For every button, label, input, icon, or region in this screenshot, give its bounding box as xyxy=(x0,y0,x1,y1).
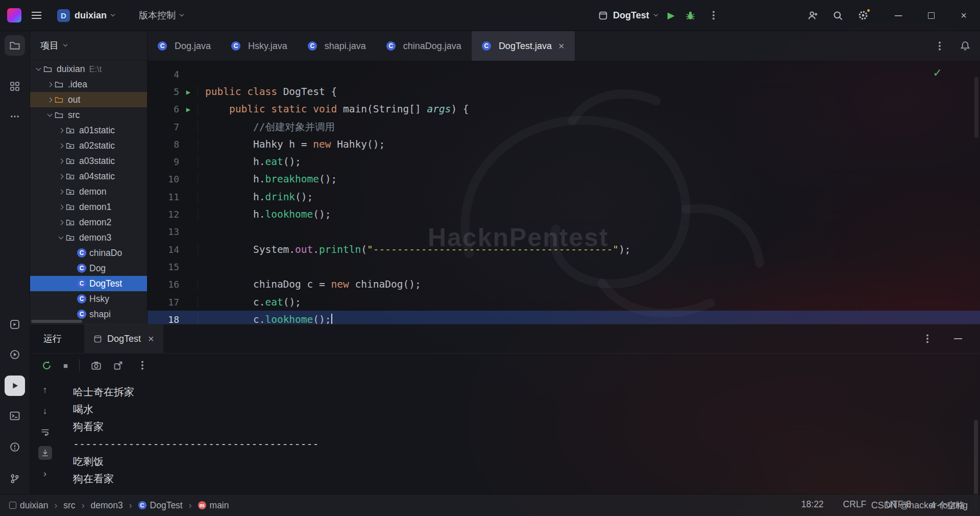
breadcrumb-item[interactable]: src xyxy=(63,500,75,511)
editor-tabs: CDog.javaCHsky.javaCshapi.javaCchinaDog.… xyxy=(148,31,575,61)
tree-item[interactable]: src xyxy=(30,107,147,123)
code-line[interactable]: 15 xyxy=(148,258,980,275)
version-control-toolwindow-button[interactable] xyxy=(5,468,25,489)
close-window-button[interactable]: × xyxy=(947,0,980,31)
notifications-bell-button[interactable] xyxy=(960,40,971,52)
folder-icon xyxy=(9,40,20,51)
stop-button[interactable]: ■ xyxy=(63,361,68,370)
tree-item[interactable]: duixianE:\t xyxy=(30,61,147,77)
code-line[interactable]: 5▶public class DogTest { xyxy=(148,83,980,100)
tree-item[interactable]: a04static xyxy=(30,169,147,184)
more-tool-windows-button[interactable] xyxy=(5,106,25,127)
code-with-me-button[interactable] xyxy=(807,10,818,21)
code-line[interactable]: 8 Hahky h = new Hahky(); xyxy=(148,135,980,153)
horizontal-scrollbar[interactable] xyxy=(31,320,82,323)
tree-item[interactable]: demon3 xyxy=(30,230,147,245)
services-toolwindow-button[interactable] xyxy=(5,314,25,335)
tree-item[interactable]: a01static xyxy=(30,123,147,138)
scroll-to-end-button[interactable] xyxy=(38,446,52,460)
project-toolwindow-button[interactable] xyxy=(5,35,25,56)
editor-tab[interactable]: CDogTest.java× xyxy=(472,31,575,61)
editor-tab[interactable]: CchinaDog.java xyxy=(376,31,472,61)
package-icon xyxy=(66,218,76,227)
code-line[interactable]: 7 //创建对象并调用 xyxy=(148,118,980,135)
run-panel-options-button[interactable] xyxy=(920,331,935,346)
status-item[interactable]: CRLF xyxy=(843,499,867,511)
expand-console-toolbar-button[interactable]: › xyxy=(38,467,52,481)
code-editor[interactable]: 45▶public class DogTest {6▶ public stati… xyxy=(148,61,980,324)
code-line[interactable]: 16 chinaDog c = new chinaDog(); xyxy=(148,276,980,293)
vcs-widget[interactable]: 版本控制 xyxy=(139,9,183,21)
rerun-button[interactable] xyxy=(41,360,52,371)
project-panel-header[interactable]: 项目 xyxy=(30,31,147,60)
prev-occurrence-button[interactable]: ↑ xyxy=(38,383,52,397)
project-icon xyxy=(43,64,54,74)
search-everywhere-button[interactable] xyxy=(832,10,843,21)
structure-toolwindow-button[interactable] xyxy=(5,76,25,97)
open-in-editor-button[interactable] xyxy=(113,360,124,371)
breadcrumb-item[interactable]: demon3 xyxy=(90,500,122,511)
console[interactable]: ↑ ↓ › 哈士奇在拆家喝水狗看家-----------------------… xyxy=(30,377,980,495)
run-anything-button[interactable] xyxy=(5,344,25,365)
hide-run-panel-button[interactable] xyxy=(950,331,966,346)
breadcrumb-item[interactable]: CDogTest xyxy=(138,500,183,511)
code-line[interactable]: 6▶ public static void main(String[] args… xyxy=(148,101,980,118)
editor-tab[interactable]: CDog.java xyxy=(148,31,221,61)
tree-item[interactable]: demon2 xyxy=(30,215,147,230)
code-line[interactable]: 9 h.eat(); xyxy=(148,153,980,170)
class-icon: C xyxy=(77,310,86,319)
code-text: c.lookhome(); xyxy=(198,314,332,324)
breadcrumb-label: duixian xyxy=(20,500,48,511)
tab-options-button[interactable] xyxy=(932,38,947,54)
code-line[interactable]: 4 xyxy=(148,65,980,83)
editor-tab[interactable]: Cshapi.java xyxy=(298,31,376,61)
tree-item[interactable]: a03static xyxy=(30,153,147,169)
run-toolwindow-button[interactable] xyxy=(5,376,25,396)
editor-scrollbar[interactable] xyxy=(974,77,978,138)
tree-item[interactable]: .idea xyxy=(30,77,147,92)
tree-item[interactable]: out xyxy=(30,92,147,107)
maximize-button[interactable] xyxy=(915,0,947,31)
code-line[interactable]: 14 System.out.println("-----------------… xyxy=(148,241,980,258)
tree-item[interactable]: CDog xyxy=(30,261,147,276)
breadcrumb-item[interactable]: mmain xyxy=(198,500,229,511)
console-line: 狗在看家 xyxy=(73,470,980,487)
dump-threads-button[interactable] xyxy=(91,360,102,371)
run-line-icon[interactable]: ▶ xyxy=(186,105,190,113)
close-tab-icon[interactable]: × xyxy=(558,40,565,52)
code-line[interactable]: 13 xyxy=(148,223,980,241)
tree-item[interactable]: CHsky xyxy=(30,291,147,307)
editor-tab[interactable]: CHsky.java xyxy=(221,31,298,61)
tree-item[interactable]: CDogTest xyxy=(30,276,147,291)
tree-item[interactable]: a02static xyxy=(30,138,147,153)
code-line[interactable]: 10 h.breakhome(); xyxy=(148,171,980,188)
run-line-icon[interactable]: ▶ xyxy=(186,88,190,96)
run-button[interactable]: ▶ xyxy=(668,10,675,21)
main-menu-button[interactable] xyxy=(29,8,44,23)
tree-item[interactable]: demon1 xyxy=(30,199,147,215)
run-configuration-selector[interactable]: DogTest xyxy=(598,10,657,21)
console-more-button[interactable] xyxy=(135,358,150,373)
breadcrumb-item[interactable]: duixian xyxy=(9,500,48,511)
inspections-ok-widget[interactable]: ✓ xyxy=(933,66,942,80)
minimize-button[interactable]: ─ xyxy=(882,0,915,31)
next-occurrence-button[interactable]: ↓ xyxy=(38,404,52,418)
tree-item-label: shapi xyxy=(89,309,111,320)
code-line[interactable]: 11 h.drink(); xyxy=(148,188,980,205)
settings-button[interactable] xyxy=(857,10,869,21)
tree-item[interactable]: CchinaDo xyxy=(30,245,147,261)
code-line[interactable]: 17 c.eat(); xyxy=(148,293,980,311)
close-run-tab-icon[interactable]: × xyxy=(148,333,154,345)
run-tab[interactable]: DogTest × xyxy=(84,324,163,353)
package-icon xyxy=(66,126,76,135)
tree-item[interactable]: demon xyxy=(30,184,147,199)
code-line[interactable]: 12 h.lookhome(); xyxy=(148,205,980,223)
code-line[interactable]: 18 c.lookhome(); xyxy=(148,311,980,324)
soft-wrap-button[interactable] xyxy=(38,425,52,439)
terminal-toolwindow-button[interactable] xyxy=(5,406,25,426)
debug-button[interactable] xyxy=(685,10,696,21)
run-more-actions-button[interactable] xyxy=(706,8,721,23)
project-widget[interactable]: D duixian xyxy=(57,9,114,22)
status-item[interactable]: 18:22 xyxy=(801,499,824,511)
problems-toolwindow-button[interactable] xyxy=(5,437,25,457)
